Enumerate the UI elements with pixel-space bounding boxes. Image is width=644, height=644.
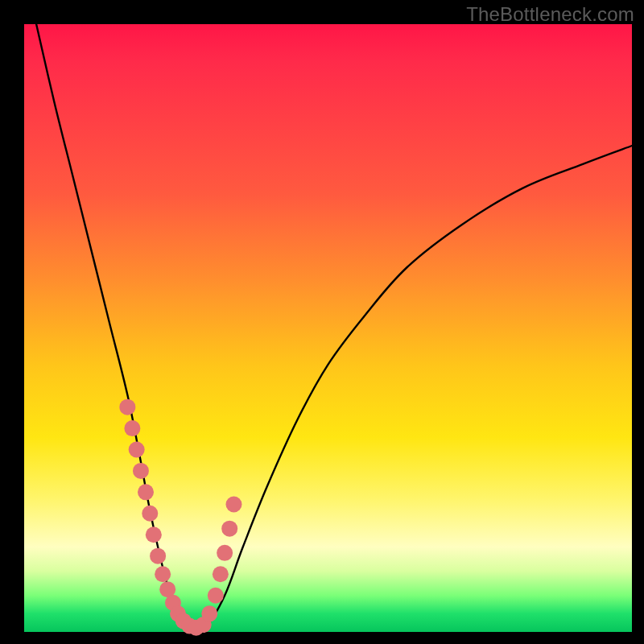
marker-dot	[146, 526, 162, 543]
chart-frame: TheBottleneck.com	[0, 0, 644, 644]
plot-area	[24, 24, 632, 632]
watermark-text: TheBottleneck.com	[466, 3, 634, 26]
marker-dot	[133, 463, 149, 479]
marker-dot	[201, 605, 217, 621]
marker-dot	[138, 484, 154, 500]
marker-dot	[217, 545, 233, 561]
marker-dot	[142, 506, 158, 522]
marker-dot	[213, 566, 229, 582]
bottleneck-curve	[36, 24, 632, 630]
chart-svg	[24, 24, 632, 632]
marker-dot	[225, 496, 242, 512]
marker-dot	[155, 566, 171, 582]
marker-dot	[150, 548, 166, 564]
marker-dot	[124, 420, 140, 436]
marker-dot	[208, 588, 224, 604]
marker-dot	[221, 521, 237, 537]
marker-dot	[119, 399, 135, 415]
marker-dot	[129, 442, 145, 458]
